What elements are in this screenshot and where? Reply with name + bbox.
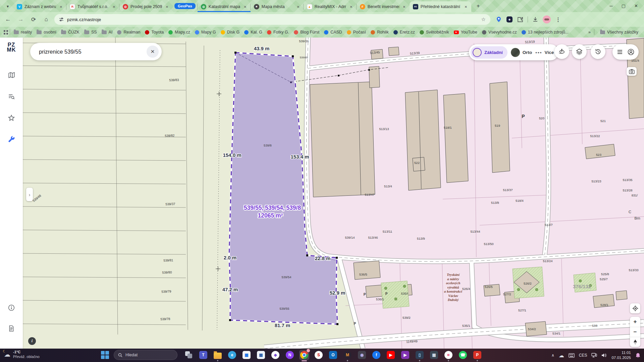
youtube-taskbar-icon[interactable]: ▶ bbox=[386, 350, 396, 360]
account-icon[interactable] bbox=[627, 48, 635, 56]
map-viewport[interactable]: 539/83539/82539/48539/37539/81539/80539/… bbox=[23, 38, 644, 349]
tab-group-geopas[interactable]: GeoPas bbox=[174, 3, 196, 9]
map-info-button[interactable]: i bbox=[28, 337, 36, 345]
browser-tab[interactable]: ◎Prodej pole 250933 m², Mě✕ bbox=[119, 1, 172, 12]
seznam-taskbar-icon[interactable]: S bbox=[314, 350, 324, 360]
browser-tab[interactable]: PZPřehledné katastrální mapy✕ bbox=[410, 1, 471, 12]
bookmark-item[interactable]: Realman bbox=[115, 29, 143, 36]
camera-taskbar-icon[interactable]: ◉ bbox=[357, 350, 367, 360]
pzmk-logo[interactable]: PZMK bbox=[0, 42, 23, 52]
phone-link-taskbar-icon[interactable]: ▯ bbox=[415, 350, 425, 360]
layers-button[interactable] bbox=[572, 44, 587, 59]
bookmark-item[interactable]: Počasí bbox=[344, 29, 368, 36]
network-icon[interactable] bbox=[591, 353, 597, 358]
site-info-icon[interactable] bbox=[59, 17, 64, 22]
browser-tab[interactable]: ✶Mapa města✕ bbox=[251, 1, 304, 12]
bookmark-item[interactable]: Mapy G bbox=[193, 29, 218, 36]
mail-orange-taskbar-icon[interactable]: M bbox=[342, 350, 353, 360]
bookmark-item[interactable]: Eretz.cz bbox=[391, 29, 417, 36]
onedrive-icon[interactable]: ☁ bbox=[559, 352, 564, 359]
file-explorer-taskbar-icon[interactable] bbox=[213, 350, 223, 360]
tools-wrench-icon[interactable] bbox=[5, 133, 18, 146]
calculator-taskbar-icon[interactable]: ▦ bbox=[429, 350, 439, 360]
bookmark-item[interactable]: Toyota bbox=[143, 29, 166, 36]
weather-widget[interactable]: ☾☁ -1°CPřeváž. oblačno bbox=[4, 350, 40, 359]
browser-tab[interactable]: FBenefit investment, a.s. (Iva✕ bbox=[357, 1, 410, 12]
clock[interactable]: 11:0107.01.2025 bbox=[611, 350, 631, 360]
bookmark-item[interactable]: Blog Fürst bbox=[291, 29, 322, 36]
bookmark-item[interactable]: CASD bbox=[322, 29, 344, 36]
clear-search-button[interactable]: ✕ bbox=[147, 46, 159, 58]
favorites-star-icon[interactable] bbox=[5, 111, 18, 125]
volume-icon[interactable] bbox=[601, 353, 607, 358]
browser-tab[interactable]: RTvůjmakléř s.r.o. | Systém R✕ bbox=[66, 1, 119, 12]
zoom-in-button[interactable]: + bbox=[630, 317, 640, 327]
tab-close-icon[interactable]: ✕ bbox=[401, 4, 407, 9]
window-minimize-button[interactable]: ─ bbox=[610, 3, 613, 8]
browser-tab[interactable]: VZáznam z webináře CeMap✕ bbox=[13, 1, 66, 12]
search-list-icon[interactable] bbox=[5, 90, 18, 103]
extensions-puzzle-icon[interactable] bbox=[517, 17, 523, 22]
map-icon[interactable] bbox=[5, 68, 18, 82]
window-close-button[interactable]: ✕ bbox=[634, 3, 638, 8]
outlook-taskbar-icon[interactable]: O bbox=[328, 350, 338, 360]
task-view-taskbar-icon[interactable] bbox=[184, 350, 194, 360]
reload-button[interactable]: ⟳ bbox=[29, 15, 38, 24]
locate-button[interactable] bbox=[630, 303, 640, 313]
pdf-taskbar-icon[interactable]: P bbox=[472, 350, 482, 360]
menu-dots-icon[interactable]: ⋮ bbox=[555, 16, 561, 23]
bookmark-item[interactable]: Rohlik bbox=[368, 29, 391, 36]
taskbar-search[interactable]: Hledat bbox=[114, 350, 177, 360]
tab-close-icon[interactable]: ✕ bbox=[58, 4, 64, 9]
profile-avatar[interactable] bbox=[543, 15, 551, 23]
hamburger-menu-icon[interactable] bbox=[616, 49, 623, 55]
basemap-ortho-chip[interactable]: Orto bbox=[511, 48, 532, 57]
bookmark-item[interactable]: SS bbox=[82, 29, 99, 36]
messenger-taskbar-icon[interactable]: N bbox=[285, 350, 295, 360]
calendar-taskbar-icon[interactable]: ▦ bbox=[256, 350, 266, 360]
browser-tab[interactable]: ◎Katastrální mapa | GeoPas.c✕ bbox=[198, 1, 251, 12]
movies-tv-taskbar-icon[interactable]: ▶ bbox=[400, 350, 410, 360]
forward-button[interactable]: → bbox=[16, 15, 25, 24]
whatsapp-taskbar-icon[interactable]: ☎ bbox=[458, 350, 468, 360]
edge-taskbar-icon[interactable]: e bbox=[227, 350, 237, 360]
tab-close-icon[interactable]: ✕ bbox=[348, 4, 354, 9]
info-circle-icon[interactable] bbox=[5, 301, 18, 314]
new-tab-button[interactable]: + bbox=[474, 2, 483, 10]
bookmark-item[interactable]: 13 nejlepších zdrojů... bbox=[519, 29, 571, 36]
language-indicator[interactable]: CES bbox=[579, 353, 587, 358]
keyboard-icon[interactable] bbox=[569, 353, 575, 358]
bookmarks-overflow-chevron[interactable]: » bbox=[588, 30, 591, 35]
bookmark-item[interactable]: Fotky G. bbox=[265, 29, 291, 36]
facebook-taskbar-icon[interactable]: f bbox=[371, 350, 381, 360]
tray-chevron-icon[interactable]: ∧ bbox=[551, 353, 554, 358]
tab-search-chevron-icon[interactable]: ▾ bbox=[3, 2, 12, 11]
address-bar[interactable]: pzmk.cz/nastroje ☆ bbox=[54, 14, 490, 25]
extension-badge-icon[interactable]: ◈ bbox=[506, 16, 513, 22]
paint-drop-taskbar-icon[interactable]: ◆ bbox=[270, 350, 280, 360]
downloads-icon[interactable] bbox=[533, 17, 538, 22]
tab-close-icon[interactable]: ✕ bbox=[243, 4, 248, 9]
bookmark-item[interactable]: ČÚZK bbox=[59, 29, 82, 36]
basemap-more-button[interactable]: •••Více bbox=[535, 50, 554, 55]
bookmark-item[interactable]: Kal. G bbox=[242, 29, 265, 36]
window-maximize-button[interactable]: ▢ bbox=[622, 3, 626, 8]
zoom-out-button[interactable]: − bbox=[630, 327, 640, 337]
bookmark-item[interactable]: AI bbox=[99, 29, 115, 36]
history-button[interactable] bbox=[591, 44, 605, 59]
notification-bell-icon[interactable] bbox=[635, 353, 641, 358]
cadastral-map[interactable]: 539/83539/82539/48539/37539/81539/80539/… bbox=[23, 38, 644, 349]
home-button[interactable]: ⌂ bbox=[42, 15, 51, 24]
tab-close-icon[interactable]: ✕ bbox=[111, 4, 117, 9]
store-taskbar-icon[interactable]: ▦ bbox=[241, 350, 252, 360]
compass-button[interactable] bbox=[630, 337, 640, 347]
tab-close-icon[interactable]: ✕ bbox=[463, 4, 469, 9]
teams-taskbar-icon[interactable]: T bbox=[198, 350, 208, 360]
tab-close-icon[interactable]: ✕ bbox=[296, 4, 301, 9]
back-button[interactable]: ← bbox=[3, 15, 13, 24]
bookmark-item[interactable]: Disk G bbox=[218, 29, 242, 36]
bookmark-item[interactable]: Světoběžník bbox=[417, 29, 451, 36]
rotate-3d-button[interactable] bbox=[554, 44, 569, 59]
bookmark-item[interactable]: Mapy.cz bbox=[166, 29, 193, 36]
expand-panel-button[interactable]: › bbox=[26, 188, 33, 201]
